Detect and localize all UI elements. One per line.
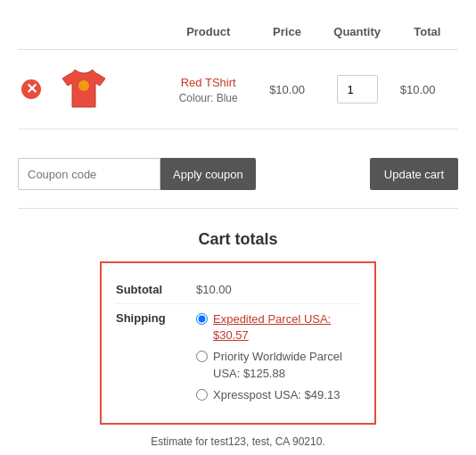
update-cart-button[interactable]: Update cart [370,158,458,190]
product-total: $10.00 [397,50,458,129]
subtotal-label: Subtotal [116,283,196,296]
shipping-radio-2[interactable] [196,351,208,362]
shipping-label-1[interactable]: Expedited Parcel USA: $30.57 [213,311,360,343]
shipping-label: Shipping [116,311,196,325]
quantity-input[interactable] [337,75,378,103]
col-remove [18,18,53,50]
shipping-options-container: Expedited Parcel USA: $30.57 Priority Wo… [196,311,360,403]
col-product: Product [160,18,256,50]
table-row: ✕ Red TShirt Colour: Blue [18,50,458,129]
coupon-row: Apply coupon Update cart [18,147,458,209]
apply-coupon-button[interactable]: Apply coupon [160,158,256,190]
cart-totals-title: Cart totals [198,230,277,249]
coupon-left: Apply coupon [18,158,256,190]
cart-table: Product Price Quantity Total ✕ [18,18,458,129]
shipping-radio-3[interactable] [196,389,208,401]
shipping-option-2[interactable]: Priority Worldwide Parcel USA: $125.88 [196,349,360,381]
cart-totals-section: Cart totals Subtotal $10.00 Shipping Exp… [18,230,458,455]
col-image [53,18,160,50]
col-quantity: Quantity [318,18,397,50]
shipping-row: Shipping Expedited Parcel USA: $30.57 Pr… [116,304,360,410]
tshirt-icon [61,66,107,112]
subtotal-value: $10.00 [196,283,360,296]
shipping-radio-1[interactable] [196,313,208,325]
estimate-text: Estimate for test123, test, CA 90210. [151,435,324,448]
col-total: Total [397,18,458,50]
product-color: Colour: Blue [164,92,252,104]
product-thumbnail [57,62,111,116]
product-name-link[interactable]: Red TShirt [181,76,236,89]
product-price: $10.00 [256,50,317,129]
shipping-options: Expedited Parcel USA: $30.57 Priority Wo… [196,311,360,403]
shipping-label-2[interactable]: Priority Worldwide Parcel USA: $125.88 [213,349,360,381]
shipping-option-1[interactable]: Expedited Parcel USA: $30.57 [196,311,360,343]
subtotal-row: Subtotal $10.00 [116,276,360,304]
remove-item-button[interactable]: ✕ [21,79,41,99]
coupon-input[interactable] [18,158,160,190]
totals-box: Subtotal $10.00 Shipping Expedited Parce… [100,261,376,425]
shipping-label-3[interactable]: Xpresspost USA: $49.13 [213,387,340,403]
shipping-option-3[interactable]: Xpresspost USA: $49.13 [196,387,360,403]
col-price: Price [256,18,317,50]
